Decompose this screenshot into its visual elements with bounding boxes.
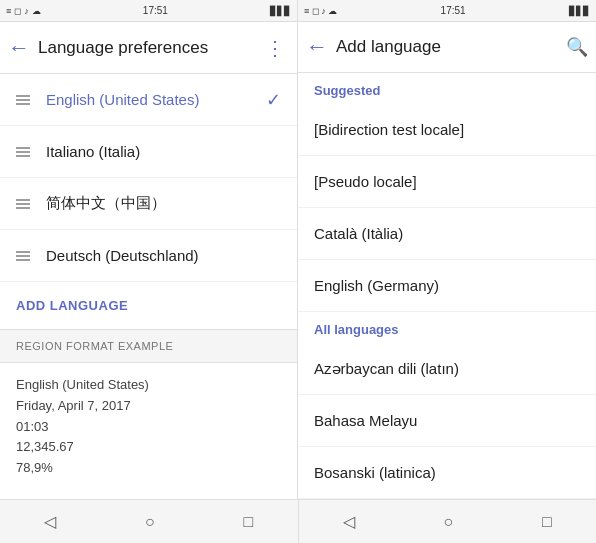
right-nav-panel: ◁ ○ □ — [298, 500, 597, 543]
drag-handle-english — [16, 95, 30, 105]
bottom-navigation: ◁ ○ □ ◁ ○ □ — [0, 499, 596, 543]
lang-option-bidirection-text: [Bidirection test locale] — [314, 121, 464, 138]
search-button[interactable]: 🔍 — [566, 36, 588, 58]
left-menu-button[interactable]: ⋮ — [261, 32, 289, 64]
lang-item-italiano[interactable]: Italiano (Italia) — [0, 126, 297, 178]
right-panel-title: Add language — [336, 37, 566, 57]
right-back-nav[interactable]: ◁ — [331, 504, 367, 539]
lang-option-bosanski-text: Bosanski (latinica) — [314, 464, 436, 481]
left-back-button[interactable]: ← — [8, 35, 30, 61]
lang-item-deutsch[interactable]: Deutsch (Deutschland) — [0, 230, 297, 282]
drag-handle-italiano — [16, 147, 30, 157]
left-toolbar: ← Language preferences ⋮ — [0, 22, 297, 74]
lang-name-english: English (United States) — [46, 91, 266, 108]
status-icons-right2: ▊▋▊ — [569, 6, 590, 16]
left-recent-nav[interactable]: □ — [231, 505, 265, 539]
region-line-1: Friday, April 7, 2017 — [16, 396, 281, 417]
lang-option-bidirection[interactable]: [Bidirection test locale] — [298, 104, 596, 156]
lang-name-chinese: 简体中文（中国） — [46, 194, 281, 213]
lang-name-italiano: Italiano (Italia) — [46, 143, 281, 160]
region-line-4: 78,9% — [16, 458, 281, 479]
right-back-button[interactable]: ← — [306, 34, 328, 60]
drag-handle-deutsch — [16, 251, 30, 261]
left-panel-title: Language preferences — [38, 38, 261, 58]
region-line-3: 12,345.67 — [16, 437, 281, 458]
lang-item-chinese[interactable]: 简体中文（中国） — [0, 178, 297, 230]
lang-option-bosanski[interactable]: Bosanski (latinica) — [298, 447, 596, 499]
right-recent-nav[interactable]: □ — [530, 505, 564, 539]
right-toolbar: ← Add language 🔍 — [298, 22, 596, 73]
left-home-nav[interactable]: ○ — [133, 505, 167, 539]
suggested-label: Suggested — [298, 73, 596, 104]
left-back-nav[interactable]: ◁ — [32, 504, 68, 539]
status-time-left: 17:51 — [143, 5, 168, 16]
region-format-header: REGION FORMAT EXAMPLE — [0, 329, 297, 363]
lang-item-english[interactable]: English (United States) ✓ — [0, 74, 297, 126]
lang-option-pseudo-text: [Pseudo locale] — [314, 173, 417, 190]
lang-option-azerbaycan-text: Azərbaycan dili (latın) — [314, 360, 459, 378]
left-nav-panel: ◁ ○ □ — [0, 500, 298, 543]
region-line-0: English (United States) — [16, 375, 281, 396]
lang-name-deutsch: Deutsch (Deutschland) — [46, 247, 281, 264]
add-language-label: ADD LANGUAGE — [16, 298, 128, 313]
status-icons-left2: ≡ ◻ ♪ ☁ — [304, 6, 337, 16]
all-languages-label: All languages — [298, 312, 596, 343]
right-home-nav[interactable]: ○ — [432, 505, 466, 539]
add-language-button[interactable]: ADD LANGUAGE — [0, 282, 297, 329]
lang-option-bahasa[interactable]: Bahasa Melayu — [298, 395, 596, 447]
lang-option-catala[interactable]: Català (Itàlia) — [298, 208, 596, 260]
lang-option-azerbaycan[interactable]: Azərbaycan dili (latın) — [298, 343, 596, 395]
status-time-right: 17:51 — [441, 5, 466, 16]
lang-option-english-germany[interactable]: English (Germany) — [298, 260, 596, 312]
status-icons-left: ≡◻♪☁ — [6, 6, 41, 16]
lang-option-bahasa-text: Bahasa Melayu — [314, 412, 417, 429]
lang-option-catala-text: Català (Itàlia) — [314, 225, 403, 242]
status-icons-right-left: ▊▋▊ — [270, 6, 291, 16]
check-icon-english: ✓ — [266, 89, 281, 111]
region-line-2: 01:03 — [16, 417, 281, 438]
drag-handle-chinese — [16, 199, 30, 209]
lang-option-pseudo[interactable]: [Pseudo locale] — [298, 156, 596, 208]
region-format-content: English (United States) Friday, April 7,… — [0, 363, 297, 491]
lang-option-english-germany-text: English (Germany) — [314, 277, 439, 294]
